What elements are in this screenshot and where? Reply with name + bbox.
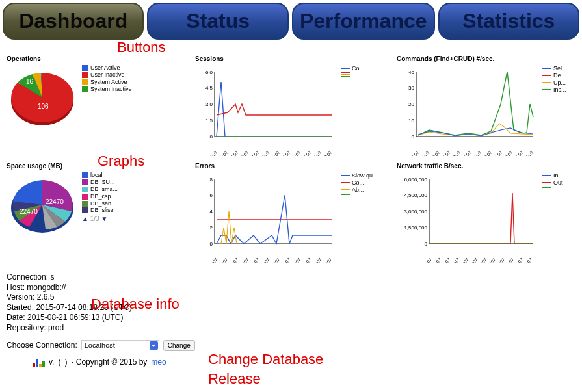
svg-text:6.0: 6.0 — [205, 70, 213, 75]
panel-operations: Operations 106 16 User Active User Inact… — [7, 55, 189, 156]
network-legend: In Out — [542, 172, 563, 189]
legend-user-inactive: User Inactive — [90, 72, 125, 79]
label: Version: — [7, 293, 34, 302]
nav-bar: Dashboard Status Performance Statistics — [0, 0, 582, 42]
svg-text:10: 10 — [408, 118, 414, 124]
pie-label-big: 106 — [38, 103, 49, 110]
legend-item: Up... — [553, 79, 566, 86]
annotation-change: Change Database — [208, 351, 323, 368]
svg-text:3.0: 3.0 — [205, 101, 213, 107]
panel-title: Errors — [195, 163, 390, 170]
svg-text:4: 4 — [210, 209, 213, 215]
svg-text:20 09:07: 20 09:07 — [417, 257, 432, 263]
annotation-release: Release — [208, 371, 261, 373]
nav-statistics-button[interactable]: Statistics — [438, 3, 579, 40]
svg-text:8: 8 — [210, 177, 213, 183]
legend-item: DB_SU... — [90, 179, 115, 186]
panel-title: Space usage (MB) — [7, 163, 189, 170]
label: Host: — [7, 283, 25, 292]
label: Connection: — [7, 272, 48, 281]
paren-r: ) — [64, 358, 67, 367]
svg-text:4,500,000: 4,500,000 — [404, 192, 427, 198]
value-host: mongodb:// — [27, 283, 66, 292]
svg-text:0: 0 — [210, 134, 213, 140]
logo-icon — [33, 358, 45, 367]
legend-item: DB_csp — [90, 194, 111, 200]
nav-dashboard-button[interactable]: Dashboard — [3, 3, 144, 40]
chevron-down-icon[interactable]: ▼ — [101, 215, 107, 222]
svg-text:20 09:07: 20 09:07 — [404, 150, 419, 156]
panel-network: Network traffic B/sec. 0 1,500,000 3,000… — [397, 163, 582, 263]
svg-text:0: 0 — [210, 241, 213, 247]
space-pie-chart[interactable]: 22470 22470 — [7, 172, 78, 237]
author-link[interactable]: meo — [151, 358, 166, 367]
legend-item: Ins... — [553, 86, 566, 93]
svg-text:2: 2 — [210, 225, 213, 231]
panel-title: Commands (Find+CRUD) #/sec. — [397, 55, 582, 62]
legend-pager[interactable]: ▲ 1/3 ▼ — [82, 215, 118, 222]
annotation-buttons: Buttons — [117, 39, 166, 56]
legend-item: Ab... — [352, 187, 364, 193]
sessions-chart[interactable]: 0 1.5 3.0 4.5 6.0 20 09:07 20 11:07 20 1… — [195, 65, 338, 156]
label: Repository: — [7, 323, 46, 332]
legend-system-inactive: System Inactive — [90, 86, 132, 93]
errors-chart[interactable]: 0 2 4 6 8 20 09:07 20 11:07 20 13:07 20 … — [195, 172, 338, 263]
database-info: Connection: s Host: mongodb:// Version: … — [0, 270, 582, 336]
legend-item: Slow qu... — [352, 172, 378, 179]
legend-item: DB_san... — [90, 201, 116, 207]
svg-text:20: 20 — [408, 101, 414, 107]
commands-chart[interactable]: 0 10 20 30 40 20 09:07 20 11:07 20 13:07… — [397, 65, 540, 156]
connection-select[interactable]: Localhost — [81, 340, 159, 350]
svg-text:3,000,000: 3,000,000 — [404, 209, 427, 215]
value-repository: prod — [48, 323, 64, 332]
version-prefix: v. — [49, 358, 54, 367]
legend-item: Out — [553, 179, 563, 186]
network-chart[interactable]: 0 1,500,000 3,000,000 4,500,000 6,000,00… — [397, 172, 540, 263]
space-legend: local DB_SU... DB_sma... DB_csp DB_san..… — [82, 172, 118, 222]
svg-text:6,000,000: 6,000,000 — [404, 177, 427, 183]
value-version: 2.6.5 — [37, 293, 55, 302]
svg-text:1,500,000: 1,500,000 — [404, 225, 427, 231]
chevron-up-icon[interactable]: ▲ — [82, 215, 88, 222]
pie-label-small: 16 — [26, 78, 33, 85]
svg-text:30: 30 — [408, 85, 414, 91]
legend-item: Co... — [352, 65, 364, 72]
legend-item: Sel... — [553, 65, 567, 72]
legend-system-active: System Active — [90, 79, 127, 86]
panel-sessions: Sessions 0 1.5 3.0 4.5 6.0 20 09:07 20 — [195, 55, 390, 156]
panel-errors: Errors 0 2 4 6 8 20 09:07 20 11:07 — [195, 163, 390, 263]
svg-text:6: 6 — [210, 192, 213, 198]
errors-legend: Slow qu... Co... Ab... — [341, 172, 378, 196]
legend-item: Co... — [352, 179, 364, 186]
svg-text:20 09:07: 20 09:07 — [202, 150, 218, 156]
label: Date: — [7, 313, 25, 322]
legend-item: local — [90, 172, 103, 179]
panel-commands: Commands (Find+CRUD) #/sec. 0 10 20 30 4… — [397, 55, 582, 156]
copyright-text: - Copyright © 2015 by — [71, 358, 147, 367]
pager-text: 1/3 — [90, 215, 99, 222]
value-connection: s — [50, 272, 54, 281]
legend-item: DB_slise — [90, 207, 114, 214]
legend-item: In — [553, 172, 559, 179]
nav-performance-button[interactable]: Performance — [292, 3, 435, 40]
pie-label-b: 22470 — [20, 208, 38, 215]
svg-text:40: 40 — [408, 70, 414, 75]
operations-pie-chart[interactable]: 106 16 — [7, 65, 78, 130]
commands-legend: Sel... De... Up... Ins... — [542, 65, 567, 94]
dashboard-grid: Operations 106 16 User Active User Inact… — [0, 42, 582, 270]
svg-text:20 09:07: 20 09:07 — [202, 257, 218, 263]
legend-user-active: User Active — [90, 65, 120, 72]
panel-space-usage: Space usage (MB) 22470 22470 loca — [7, 163, 189, 263]
pie-label-a: 22470 — [46, 198, 64, 205]
choose-connection-label: Choose Connection: — [7, 341, 77, 350]
change-button[interactable]: Change — [163, 340, 195, 351]
nav-status-button[interactable]: Status — [147, 3, 288, 40]
annotation-dbinfo: Database info — [91, 296, 179, 313]
sessions-legend: Co... — [341, 65, 364, 78]
value-date: 2015-08-21 06:59:13 (UTC) — [27, 313, 123, 322]
legend-item: DB_sma... — [90, 187, 118, 193]
svg-text:0: 0 — [412, 134, 415, 140]
label: Started: — [7, 303, 34, 312]
operations-legend: User Active User Inactive System Active … — [82, 65, 132, 94]
paren-l: ( — [58, 358, 60, 367]
